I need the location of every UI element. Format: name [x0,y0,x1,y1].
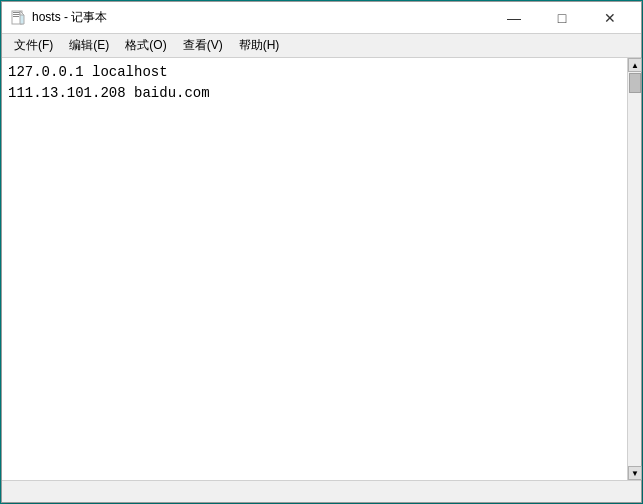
vertical-scrollbar[interactable]: ▲ ▼ [627,58,641,480]
menu-view[interactable]: 查看(V) [175,35,231,56]
menu-help[interactable]: 帮助(H) [231,35,288,56]
title-bar-left: hosts - 记事本 [10,9,107,26]
title-bar: hosts - 记事本 — □ ✕ [2,2,641,34]
menu-bar: 文件(F) 编辑(E) 格式(O) 查看(V) 帮助(H) [2,34,641,58]
menu-file[interactable]: 文件(F) [6,35,61,56]
window-controls: — □ ✕ [491,6,633,30]
content-area: 127.0.0.1 localhost 111.13.101.208 baidu… [2,58,641,480]
svg-rect-3 [13,16,19,17]
scroll-down-arrow[interactable]: ▼ [628,466,642,480]
status-bar [2,480,641,502]
scroll-thumb[interactable] [629,73,641,93]
text-editor[interactable]: 127.0.0.1 localhost 111.13.101.208 baidu… [2,58,627,480]
menu-edit[interactable]: 编辑(E) [61,35,117,56]
notepad-window: hosts - 记事本 — □ ✕ 文件(F) 编辑(E) 格式(O) 查看(V… [1,1,642,503]
close-button[interactable]: ✕ [587,6,633,30]
maximize-button[interactable]: □ [539,6,585,30]
menu-format[interactable]: 格式(O) [117,35,174,56]
app-icon [10,10,26,26]
minimize-button[interactable]: — [491,6,537,30]
scroll-track[interactable] [628,72,641,466]
scroll-up-arrow[interactable]: ▲ [628,58,642,72]
window-title: hosts - 记事本 [32,9,107,26]
